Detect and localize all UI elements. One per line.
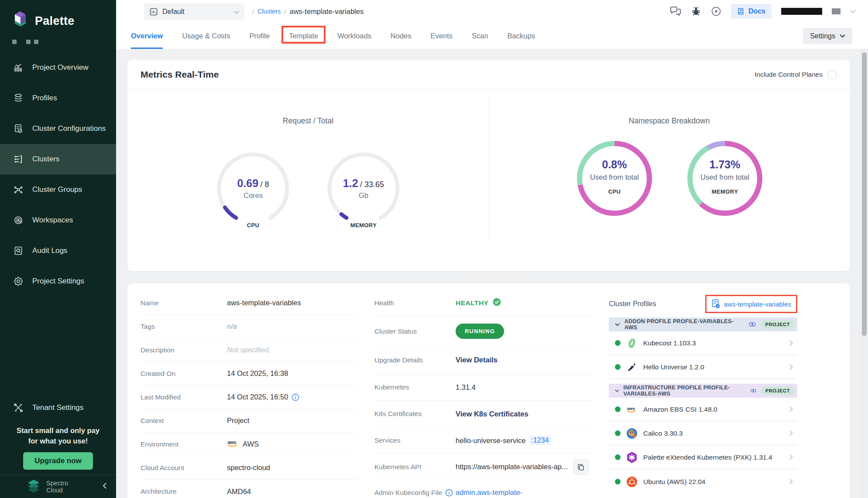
topbar-actions: Docs bbox=[670, 0, 856, 23]
calico-icon bbox=[626, 428, 638, 439]
feedback-chat-icon[interactable] bbox=[670, 7, 681, 16]
project-selector[interactable]: Default bbox=[144, 3, 244, 20]
copy-button[interactable] bbox=[573, 459, 589, 475]
topbar: Default / Clusters / aws-template-variab… bbox=[116, 0, 868, 23]
sidebar-item-workspaces[interactable]: Workspaces bbox=[0, 205, 116, 235]
pack-item-kubecost[interactable]: Kubecost 1.103.3 bbox=[609, 331, 797, 355]
chevron-right-icon bbox=[789, 406, 793, 413]
sidebar-item-profiles[interactable]: Profiles bbox=[0, 83, 116, 113]
view-details-link[interactable]: View Details bbox=[456, 356, 497, 364]
sidebar-item-cluster-configurations[interactable]: Cluster Configurations bbox=[0, 113, 116, 144]
pack-item-amazon-ebs-csi[interactable]: aws Amazon EBS CSI 1.48.0 bbox=[609, 398, 797, 422]
detail-row-created-on: Created On14 Oct 2025, 16:38 bbox=[141, 362, 358, 385]
avatar[interactable] bbox=[832, 8, 841, 14]
docs-button[interactable]: Docs bbox=[731, 4, 772, 19]
sidebar-item-project-settings[interactable]: Project Settings bbox=[0, 266, 116, 297]
sidebar: Palette Project Overview Profiles Clus bbox=[0, 0, 116, 498]
book-icon bbox=[737, 7, 745, 15]
tab-template[interactable]: Template bbox=[289, 23, 318, 49]
admin-kubeconfig-link[interactable]: admin.aws-template- bbox=[456, 488, 522, 497]
status-row-k8s-certificates: K8s Certificates View K8s Certificates bbox=[374, 401, 594, 427]
chevron-down-icon bbox=[615, 389, 619, 392]
sidebar-item-cluster-groups[interactable]: Cluster Groups bbox=[0, 174, 116, 205]
status-column: Health HEALTHY Cluster Status RUNNING Up… bbox=[374, 290, 594, 498]
view-k8s-certificates-link[interactable]: View K8s Certificates bbox=[456, 410, 528, 418]
tab-usage-costs[interactable]: Usage & Costs bbox=[182, 23, 230, 49]
sidebar-item-tenant-settings[interactable]: Tenant Settings bbox=[0, 392, 116, 423]
status-row-services: Services hello-universe-service :1234 bbox=[374, 427, 594, 454]
doc-search-icon bbox=[13, 246, 24, 256]
include-control-planes-checkbox[interactable] bbox=[828, 70, 837, 79]
service-port-link[interactable]: :1234 bbox=[529, 436, 551, 445]
brand-name: Palette bbox=[35, 14, 75, 28]
tab-overview[interactable]: Overview bbox=[131, 23, 163, 49]
bug-report-icon[interactable] bbox=[691, 6, 701, 17]
status-row-upgrade-details: Upgrade Details View Details bbox=[374, 346, 594, 374]
tab-nodes[interactable]: Nodes bbox=[391, 23, 412, 49]
project-selector-value: Default bbox=[162, 8, 185, 16]
chevron-down-icon bbox=[615, 323, 620, 326]
sidebar-footer: Spectro Cloud bbox=[0, 474, 116, 498]
status-row-admin-kubeconfig: Admin Kubeconfig File admin.aws-template… bbox=[374, 480, 594, 498]
copy-icon bbox=[577, 464, 584, 471]
chevron-right-icon bbox=[789, 364, 793, 370]
scrollbar-thumb[interactable] bbox=[862, 52, 867, 336]
memory-gauge: 1.2 / 33.65 Gb MEMORY bbox=[325, 150, 402, 229]
cpu-gauge-label: CPU bbox=[215, 222, 292, 229]
include-control-planes-label: Include Control Planes bbox=[755, 71, 823, 78]
brand: Palette bbox=[0, 0, 116, 32]
detail-row-description: DescriptionNot specified. bbox=[141, 338, 358, 362]
detail-row-environment: Environment aws AWS bbox=[141, 433, 358, 456]
settings-button[interactable]: Settings bbox=[803, 28, 852, 44]
detail-row-cloud-account: Cloud Accountspectro-cloud bbox=[141, 456, 358, 480]
breadcrumb-clusters-link[interactable]: Clusters bbox=[257, 8, 281, 15]
user-menu-chevron-icon[interactable] bbox=[850, 10, 856, 14]
pack-item-calico[interactable]: Calico 3.30.3 bbox=[609, 422, 797, 446]
cluster-profiles-label: Cluster Profiles bbox=[609, 300, 656, 308]
aws-icon: aws bbox=[227, 439, 239, 450]
running-status-badge[interactable]: RUNNING bbox=[456, 324, 504, 339]
breadcrumb-current: aws-template-variables bbox=[290, 7, 364, 16]
chevron-right-icon bbox=[789, 430, 793, 437]
nodes-icon bbox=[13, 184, 24, 195]
tab-profile[interactable]: Profile bbox=[249, 23, 270, 49]
metrics-card: Metrics Real-Time Include Control Planes… bbox=[127, 60, 850, 271]
pack-item-hello-universe[interactable]: Hello Universe 1.2.0 bbox=[609, 355, 797, 379]
explore-compass-icon[interactable] bbox=[711, 6, 721, 17]
chevron-right-icon bbox=[789, 340, 793, 346]
status-row-kubernetes: Kubernetes 1.31.4 bbox=[374, 374, 594, 401]
tab-events[interactable]: Events bbox=[431, 23, 453, 49]
cluster-profile-link[interactable]: aws-template-variables bbox=[705, 295, 797, 313]
metrics-title: Metrics Real-Time bbox=[141, 69, 219, 80]
link-icon bbox=[750, 388, 756, 394]
layers-icon bbox=[13, 93, 24, 103]
infrastructure-profile-header[interactable]: INFRASTRUCTURE PROFILE PROFILE-VARIABLES… bbox=[609, 384, 797, 398]
user-name-redacted bbox=[781, 8, 822, 15]
info-icon[interactable] bbox=[292, 393, 299, 401]
project-badge: PROJECT bbox=[761, 320, 795, 329]
pack-item-ubuntu[interactable]: Ubuntu (AWS) 22.04 bbox=[609, 470, 797, 494]
tab-workloads[interactable]: Workloads bbox=[337, 23, 371, 49]
upgrade-now-button[interactable]: Upgrade now bbox=[23, 452, 93, 470]
detail-row-architecture: ArchitectureAMD64 bbox=[141, 480, 358, 498]
profile-doc-icon bbox=[711, 299, 720, 309]
tab-scan[interactable]: Scan bbox=[472, 23, 488, 49]
pxk-icon bbox=[626, 452, 638, 463]
addon-profile-header[interactable]: ADDON PROFILE PROFILE-VARIABLES-AWS PROJ… bbox=[609, 317, 797, 331]
sidebar-item-clusters[interactable]: Clusters bbox=[0, 144, 116, 174]
sidebar-item-project-overview[interactable]: Project Overview bbox=[0, 52, 116, 83]
sidebar-item-audit-logs[interactable]: Audit Logs bbox=[0, 235, 116, 266]
gear-icon bbox=[13, 276, 24, 287]
tab-backups[interactable]: Backups bbox=[508, 23, 535, 49]
link-icon bbox=[748, 321, 756, 327]
pack-item-pxk[interactable]: Palette eXtended Kubernetes (PXK) 1.31.4 bbox=[609, 446, 797, 470]
detail-row-context: ContextProject bbox=[141, 409, 358, 433]
svg-text:aws: aws bbox=[228, 440, 237, 444]
orbit-icon bbox=[13, 215, 24, 225]
tools-icon bbox=[13, 402, 24, 413]
ubuntu-icon bbox=[626, 476, 638, 488]
sidebar-collapse-chevron[interactable] bbox=[102, 481, 107, 491]
info-icon[interactable] bbox=[445, 489, 453, 497]
aws-icon: aws bbox=[626, 404, 638, 415]
status-row-cluster-status: Cluster Status RUNNING bbox=[374, 317, 594, 346]
